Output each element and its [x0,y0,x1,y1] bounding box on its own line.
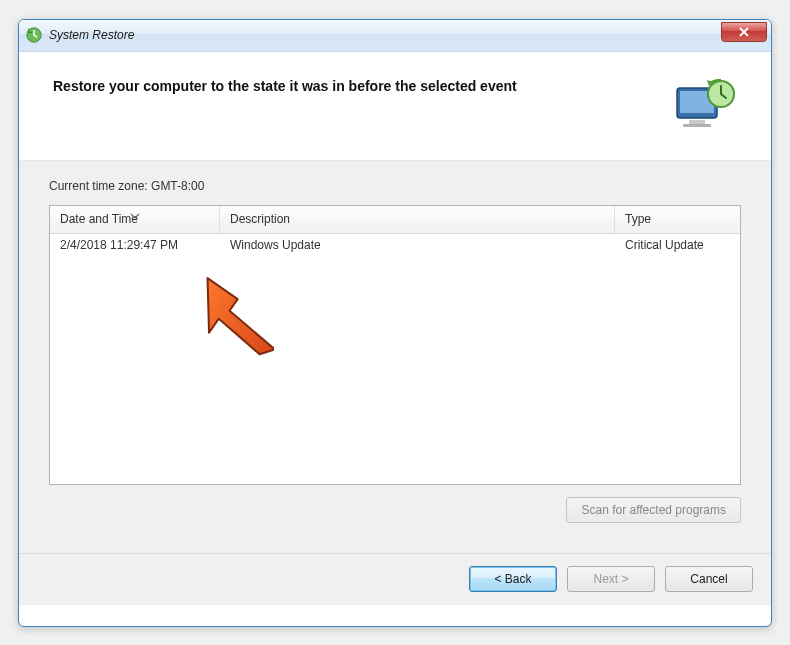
table-body: 2/4/2018 11:29:47 PM Windows Update Crit… [50,234,740,484]
table-row[interactable]: 2/4/2018 11:29:47 PM Windows Update Crit… [50,234,740,258]
timezone-label: Current time zone: GMT-8:00 [49,179,741,193]
page-title: Restore your computer to the state it wa… [53,78,517,94]
monitor-clock-icon [673,78,737,134]
footer: < Back Next > Cancel [19,553,771,605]
system-restore-window: System Restore Restore your computer to … [18,19,772,627]
column-description[interactable]: Description [220,206,615,233]
column-type[interactable]: Type [615,206,740,233]
close-button[interactable] [721,22,767,42]
content-area: Current time zone: GMT-8:00 Date and Tim… [19,161,771,553]
cell-description: Windows Update [220,234,615,258]
column-label: Date and Time [60,212,138,226]
scan-button-row: Scan for affected programs [49,497,741,523]
svg-rect-4 [683,124,711,127]
system-restore-icon [25,26,43,44]
restore-points-table: Date and Time Description Type 2/4/2018 … [49,205,741,485]
titlebar: System Restore [19,20,771,52]
column-label: Type [625,212,651,226]
scan-affected-programs-button[interactable]: Scan for affected programs [566,497,741,523]
window-title: System Restore [49,28,134,42]
cancel-button[interactable]: Cancel [665,566,753,592]
back-button[interactable]: < Back [469,566,557,592]
cell-type: Critical Update [615,234,740,258]
next-button[interactable]: Next > [567,566,655,592]
column-date-time[interactable]: Date and Time [50,206,220,233]
header-section: Restore your computer to the state it wa… [19,52,771,161]
chevron-down-icon [130,208,140,222]
cell-date: 2/4/2018 11:29:47 PM [50,234,220,258]
svg-rect-3 [689,120,705,124]
table-header: Date and Time Description Type [50,206,740,234]
column-label: Description [230,212,290,226]
close-icon [739,27,749,37]
